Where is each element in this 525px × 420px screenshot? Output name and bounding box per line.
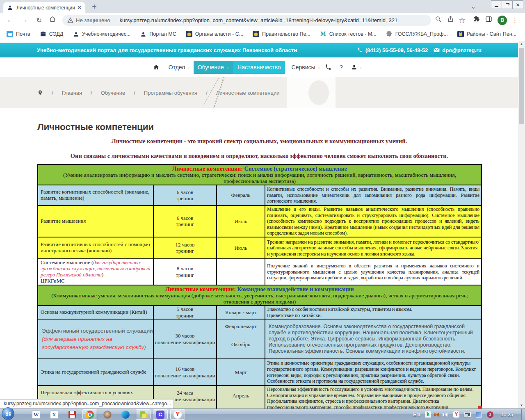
nav-item-4[interactable]: Сервисы⌄	[292, 64, 321, 71]
tab-close-icon[interactable]: ✕	[77, 5, 82, 11]
nav-item-3[interactable]: Наставничество	[233, 61, 285, 74]
breadcrumb-item[interactable]: Программы обучения	[144, 90, 197, 96]
window-minimize-button[interactable]	[491, 0, 502, 9]
forward-icon[interactable]: →	[20, 16, 29, 24]
taskbar-app-word[interactable]: W	[31, 410, 41, 420]
nav-item-1[interactable]: Отдел⌄	[169, 64, 191, 71]
course-name-cell: Этика на государственной гражданской слу…	[38, 359, 153, 386]
section-title-red: Личностные компетенции:	[172, 166, 243, 172]
tab-title: Личностные компетенции	[16, 5, 77, 11]
breadcrumb-item[interactable]: Обучение	[101, 90, 125, 96]
language-indicator[interactable]: EN	[413, 412, 420, 418]
bookmark-item[interactable]: Районы - Сайт Пен...	[457, 31, 516, 37]
site-phone[interactable]: (8412) 56-55-09, 56-48-52	[365, 47, 428, 53]
profile-app-icon	[103, 411, 112, 419]
taskbar-app-edge[interactable]	[121, 410, 130, 420]
bookmark-item[interactable]: MСписок тестов - М...	[320, 31, 377, 37]
network-icon[interactable]	[464, 412, 471, 417]
bookmark-item[interactable]: СЭДД	[40, 31, 63, 37]
start-button[interactable]	[2, 407, 14, 420]
new-tab-button[interactable]: +	[92, 2, 97, 11]
site-email[interactable]: dpo@pnzreg.ru	[442, 47, 482, 53]
window-close-button[interactable]: ✕	[512, 0, 523, 9]
security-label[interactable]: Не защищено	[76, 17, 110, 23]
bookmarks-bar: ПочтаСЭДДУчебно-методичес...Портал МСОрг…	[0, 27, 525, 41]
yandex-tray-icon[interactable]: Y	[453, 411, 459, 418]
phone-icon	[357, 47, 363, 53]
briefcase-icon	[40, 31, 46, 37]
home-icon[interactable]	[48, 16, 57, 25]
taskbar-app-round[interactable]	[103, 410, 112, 420]
course-name-cell: Эффективный государственный служащий (дл…	[38, 319, 153, 359]
tray-app-icon[interactable]: 3	[487, 411, 493, 418]
menu-kebab-icon[interactable]: ⋮	[512, 16, 518, 24]
bookmark-item[interactable]: Органы власти - С...	[186, 31, 243, 37]
kaspersky-tray-icon[interactable]: k	[425, 411, 431, 418]
course-month-cell: Июль	[217, 205, 265, 237]
extensions-puzzle-icon[interactable]	[473, 16, 480, 25]
taskbar-app-y[interactable]: Y	[170, 409, 185, 420]
nav-label: Обучение	[198, 64, 224, 71]
bookmark-item[interactable]: Почта	[7, 31, 30, 37]
nav-home-icon[interactable]	[153, 64, 160, 71]
nav-phone-icon[interactable]	[325, 64, 331, 71]
course-name: )	[102, 272, 103, 278]
taskbar-clock[interactable]: 10:25	[501, 412, 513, 418]
breadcrumb-separator: /	[91, 90, 92, 96]
taskbar-app-c[interactable]: C	[153, 409, 168, 420]
course-description-cell: Персональная эффективность госслужащего …	[265, 386, 482, 409]
share-icon[interactable]	[447, 16, 454, 25]
side-panel-icon[interactable]	[485, 16, 492, 25]
site-title[interactable]: Учебно-методический портал для государст…	[37, 47, 297, 53]
tab-search-chevron-icon[interactable]: ⌄	[471, 3, 476, 10]
scrollbar[interactable]: ▲ ▼	[518, 41, 525, 409]
course-name: Персональная эффективность в условиях	[41, 390, 133, 395]
profile-avatar[interactable]: B	[498, 16, 507, 25]
bookmark-item[interactable]: Учебно-методичес...	[73, 31, 130, 37]
display-tray-icon[interactable]	[476, 412, 482, 418]
bookmark-label: Районы - Сайт Пен...	[467, 31, 516, 37]
course-month-cell: Февраль	[217, 185, 265, 205]
course-hours-cell: 6 часовтренинг	[153, 185, 217, 205]
url-text[interactable]: kursy.pnzreg.ru/umc/index.php?option=com…	[120, 17, 398, 23]
table-section-header: Личностные компетенции: Системное (страт…	[38, 164, 482, 185]
bookmark-star-icon[interactable]: ☆	[459, 16, 466, 25]
nav-account-icon[interactable]: ⌄	[351, 64, 363, 70]
scrollbar-thumb[interactable]	[519, 48, 524, 124]
course-month-cell: Январь - март	[217, 306, 265, 319]
reload-icon[interactable]: ↻	[34, 16, 43, 25]
tab-favicon-person-icon	[7, 5, 13, 11]
taskbar-app-chrome[interactable]	[82, 409, 97, 420]
chrome-icon	[86, 411, 94, 419]
table-section-header: Личностные компетенции: Командное взаимо…	[38, 285, 482, 306]
scroll-up-icon[interactable]: ▲	[518, 41, 525, 47]
volume-icon[interactable]	[436, 413, 439, 417]
nav-help-icon[interactable]: ?	[340, 64, 343, 71]
intro-line-1: Личностные компетенции - это широкий спе…	[37, 138, 481, 145]
breadcrumb-item[interactable]: Главная	[62, 90, 82, 96]
bookmark-item[interactable]: ГОССЛУЖБА_Проф...	[386, 31, 448, 37]
taskbar-app-excel[interactable]: X	[49, 410, 59, 420]
taskbar-app-files[interactable]	[136, 409, 151, 420]
window-restore-button[interactable]	[502, 0, 513, 9]
bookmark-item[interactable]: Правительство Пе...	[253, 31, 310, 37]
eagle-emblem-icon	[386, 31, 393, 37]
m-letter-icon: M	[320, 31, 326, 37]
scroll-down-icon[interactable]: ▼	[518, 402, 525, 409]
bookmark-label: Органы власти - С...	[195, 31, 243, 37]
zoom-search-icon[interactable]	[435, 16, 442, 25]
breadcrumb-item[interactable]: Личностные компетенции	[216, 90, 280, 96]
scroll-top-widget[interactable]	[478, 406, 482, 409]
breadcrumb-separator: /	[134, 90, 135, 96]
bookmark-item[interactable]: Портал МС	[140, 31, 176, 37]
address-bar[interactable]: Не защищено kursy.pnzreg.ru/umc/index.ph…	[62, 15, 431, 26]
browser-tab[interactable]: Личностные компетенции ✕	[3, 2, 85, 13]
files-app-icon	[139, 411, 147, 419]
course-description-cell: Когнитивные способности и способы их раз…	[265, 185, 482, 205]
show-desktop-button[interactable]	[521, 409, 525, 420]
back-icon[interactable]: ←	[6, 16, 15, 24]
course-name: Этика на государственной гражданской слу…	[41, 369, 146, 375]
nav-item-2[interactable]: Обучение⌄	[194, 61, 233, 74]
taskbar-app-save[interactable]	[67, 410, 77, 420]
volume2-icon[interactable]	[445, 413, 447, 417]
